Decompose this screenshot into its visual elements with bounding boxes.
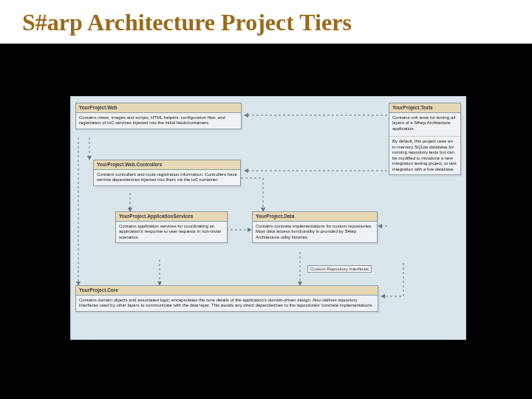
box-appservices-title: YourProject.ApplicationServices [116,212,227,222]
box-tests-body: Contains unit tests for testing all laye… [389,113,460,134]
box-data-body: Contains concrete implementations for cu… [253,222,377,243]
box-tests-body2: By default, this project uses an in-memo… [389,136,460,174]
slide: S#arp Architecture Project Tiers [0,0,532,399]
box-web: YourProject.Web Contains views, images a… [75,103,242,129]
page-title: S#arp Architecture Project Tiers [22,9,510,36]
box-web-title: YourProject.Web [76,103,241,113]
box-controllers: YourProject.Web.Controllers Contains con… [93,160,241,186]
label-custom-repo: Custom Repository Interfaces [307,265,372,273]
title-bar: S#arp Architecture Project Tiers [0,0,532,44]
box-data: YourProject.Data Contains concrete imple… [252,211,378,243]
box-tests-title: YourProject.Tests [389,103,460,113]
box-controllers-title: YourProject.Web.Controllers [94,160,240,170]
box-core-body: Contains domain objects and associated l… [76,296,378,311]
box-controllers-body: Contains controllers and route registrat… [94,170,240,185]
diagram: YourProject.Web Contains views, images a… [70,96,466,340]
box-core: YourProject.Core Contains domain objects… [75,285,378,312]
box-appservices-body: Contains application services for coordi… [116,222,227,243]
box-appservices: YourProject.ApplicationServices Contains… [115,211,228,243]
box-web-body: Contains views, images and scripts, HTML… [76,113,241,129]
box-core-title: YourProject.Core [76,286,378,296]
box-data-title: YourProject.Data [253,212,377,222]
box-tests: YourProject.Tests Contains unit tests fo… [389,103,461,175]
